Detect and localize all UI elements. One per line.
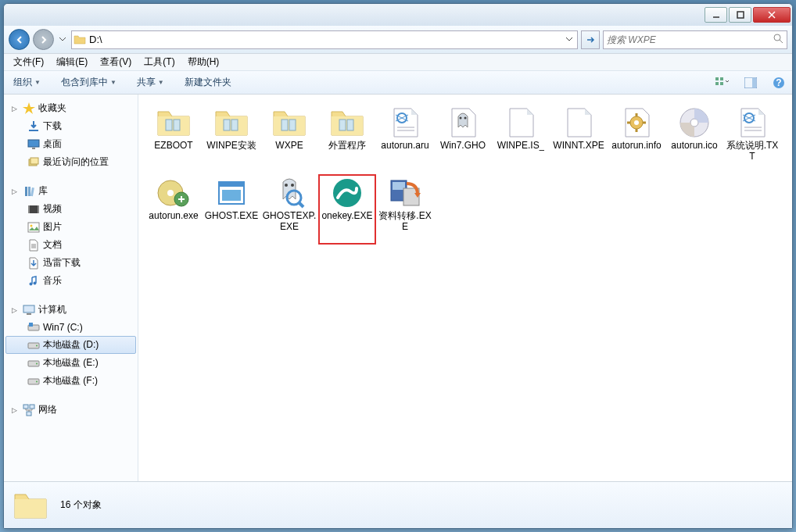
lib-icon xyxy=(23,185,35,198)
address-input[interactable] xyxy=(89,34,560,45)
search-input[interactable] xyxy=(607,34,773,45)
sidebar-header-fav[interactable]: ▷收藏夹 xyxy=(5,99,136,117)
view-options-button[interactable] xyxy=(714,74,731,91)
svg-point-37 xyxy=(36,345,38,346)
sidebar-header-comp[interactable]: ▷计算机 xyxy=(5,301,136,319)
file-item-12[interactable]: GHOST.EXE xyxy=(203,174,260,245)
address-bar[interactable] xyxy=(71,30,578,49)
sidebar-header-lib[interactable]: ▷库 xyxy=(5,182,136,200)
help-button[interactable]: ? xyxy=(770,74,787,91)
svg-rect-48 xyxy=(231,120,238,130)
file-icon xyxy=(154,176,193,210)
sidebar-header-net[interactable]: ▷网络 xyxy=(5,401,136,419)
sidebar-item-fav-0[interactable]: 下载 xyxy=(5,117,136,135)
refresh-button[interactable] xyxy=(581,30,600,49)
file-label: WINNT.XPE xyxy=(553,140,604,151)
file-label: WXPE xyxy=(275,140,303,151)
svg-rect-9 xyxy=(720,82,723,85)
sidebar-item-lib-4[interactable]: 音乐 xyxy=(5,272,136,290)
file-item-15[interactable]: 资料转移.EXE xyxy=(376,174,434,245)
tool-0[interactable]: 组织▼ xyxy=(9,73,45,91)
back-button[interactable] xyxy=(9,29,30,50)
preview-pane-button[interactable] xyxy=(742,74,759,91)
close-button[interactable] xyxy=(753,7,791,23)
sidebar-item-lib-2[interactable]: 文档 xyxy=(5,236,136,254)
file-item-7[interactable]: WINNT.XPE xyxy=(550,104,608,174)
file-icon xyxy=(385,176,425,210)
file-item-13[interactable]: GHOSTEXP.EXE xyxy=(260,174,318,245)
music-icon xyxy=(27,275,40,287)
file-icon xyxy=(328,176,367,210)
file-item-5[interactable]: Win7.GHO xyxy=(434,104,492,174)
file-item-10[interactable]: 系统说明.TXT xyxy=(723,104,781,174)
sidebar-item-comp-2[interactable]: 本地磁盘 (E:) xyxy=(5,354,136,372)
file-label: autorun.ico xyxy=(671,140,717,151)
address-dropdown[interactable] xyxy=(563,31,575,48)
file-item-1[interactable]: WINPE安装 xyxy=(203,104,260,174)
drive-icon xyxy=(27,375,40,387)
sidebar-item-comp-0[interactable]: Win7 (C:) xyxy=(5,319,136,336)
file-item-6[interactable]: WINPE.IS_ xyxy=(492,104,550,174)
tool-2[interactable]: 共享▼ xyxy=(132,73,169,91)
svg-rect-16 xyxy=(32,148,35,149)
menu-0[interactable]: 文件(F) xyxy=(9,54,48,70)
menu-2[interactable]: 查看(V) xyxy=(95,54,136,70)
titlebar xyxy=(4,4,792,26)
file-list[interactable]: EZBOOTWINPE安装WXPE外置程序autorun.aruWin7.GHO… xyxy=(138,95,792,481)
file-icon xyxy=(559,105,598,140)
forward-button[interactable] xyxy=(33,29,54,50)
star-icon xyxy=(23,102,35,115)
picture-icon xyxy=(27,221,40,234)
search-box[interactable] xyxy=(603,30,787,49)
svg-rect-24 xyxy=(38,205,39,213)
svg-rect-23 xyxy=(28,205,30,213)
file-icon xyxy=(675,105,714,140)
video-icon xyxy=(27,203,40,216)
svg-point-31 xyxy=(34,281,37,284)
sidebar: ▷收藏夹下载桌面最近访问的位置▷库视频图片文档迅雷下载音乐▷计算机Win7 (C… xyxy=(4,95,138,481)
drive-icon xyxy=(27,357,40,370)
svg-rect-25 xyxy=(28,223,39,232)
maximize-button[interactable] xyxy=(729,7,751,23)
file-item-4[interactable]: autorun.aru xyxy=(376,104,434,174)
file-label: Win7.GHO xyxy=(440,140,486,151)
svg-rect-52 xyxy=(347,120,353,130)
menu-1[interactable]: 编辑(E) xyxy=(52,54,92,70)
sidebar-item-lib-3[interactable]: 迅雷下载 xyxy=(5,254,136,272)
folder-icon xyxy=(74,34,86,45)
file-icon xyxy=(501,105,540,140)
svg-rect-11 xyxy=(752,78,756,87)
sidebar-item-fav-1[interactable]: 桌面 xyxy=(5,135,136,153)
folder-icon xyxy=(12,487,49,524)
file-item-11[interactable]: autorun.exe xyxy=(145,174,203,245)
svg-rect-51 xyxy=(339,120,346,130)
svg-rect-49 xyxy=(281,120,288,130)
recent-icon xyxy=(27,156,40,169)
menu-4[interactable]: 帮助(H) xyxy=(183,54,224,70)
minimize-button[interactable] xyxy=(705,7,727,23)
file-item-0[interactable]: EZBOOT xyxy=(145,104,203,174)
svg-rect-19 xyxy=(25,187,27,196)
sidebar-item-lib-1[interactable]: 图片 xyxy=(5,218,136,236)
file-item-8[interactable]: autorun.info xyxy=(608,104,665,174)
file-item-9[interactable]: autorun.ico xyxy=(665,104,723,174)
menu-3[interactable]: 工具(T) xyxy=(139,54,179,70)
status-bar: 16 个对象 xyxy=(4,481,792,528)
sidebar-item-lib-0[interactable]: 视频 xyxy=(5,200,136,218)
file-label: onekey.EXE xyxy=(321,210,372,221)
tool-1[interactable]: 包含到库中▼ xyxy=(56,73,121,91)
history-dropdown[interactable] xyxy=(57,29,68,50)
svg-rect-33 xyxy=(27,313,31,315)
sidebar-item-comp-1[interactable]: 本地磁盘 (D:) xyxy=(5,336,136,354)
sidebar-item-fav-2[interactable]: 最近访问的位置 xyxy=(5,153,136,171)
file-item-3[interactable]: 外置程序 xyxy=(318,104,376,174)
svg-point-26 xyxy=(30,224,33,227)
file-label: autorun.info xyxy=(611,140,661,151)
file-icon xyxy=(212,176,251,210)
sidebar-item-comp-3[interactable]: 本地磁盘 (F:) xyxy=(5,372,136,390)
file-item-14[interactable]: onekey.EXE xyxy=(318,174,376,245)
xunlei-icon xyxy=(27,257,40,270)
tool-3[interactable]: 新建文件夹 xyxy=(180,73,236,91)
file-icon xyxy=(443,105,482,140)
file-item-2[interactable]: WXPE xyxy=(260,104,318,174)
